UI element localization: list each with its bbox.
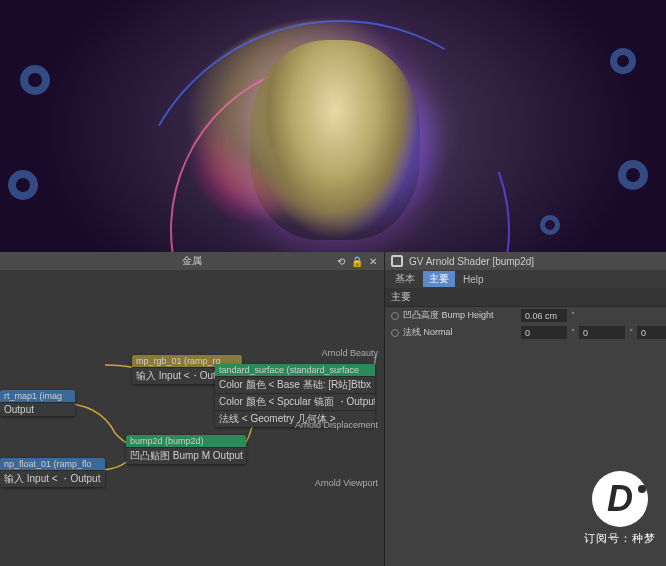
- watermark-logo: D: [592, 471, 648, 527]
- node-editor-title: 金属: [182, 254, 202, 268]
- node-port-row[interactable]: 输入 Input < ・Output: [0, 470, 105, 487]
- output-viewport[interactable]: Arnold Viewport: [288, 478, 378, 488]
- stepper-icon[interactable]: ‣: [568, 326, 578, 339]
- bump-height-input[interactable]: [521, 309, 567, 322]
- node-rt-map[interactable]: rt_map1 (imag Output: [0, 390, 75, 416]
- close-icon[interactable]: ✕: [366, 254, 380, 268]
- watermark: D 订阅号：种梦: [584, 471, 656, 546]
- normal-z-input[interactable]: [637, 326, 666, 339]
- node-bump2d[interactable]: bump2d (bump2d) 凹凸贴图 Bump M Output: [126, 435, 246, 464]
- normal-y-input[interactable]: [579, 326, 625, 339]
- arnold-icon: [391, 255, 403, 267]
- watermark-text: 订阅号：种梦: [584, 531, 656, 546]
- stepper-icon[interactable]: ‣: [568, 309, 578, 322]
- properties-title: GV Arnold Shader [bump2d]: [409, 256, 534, 267]
- render-preview: [0, 0, 666, 252]
- normal-x-input[interactable]: [521, 326, 567, 339]
- properties-header: GV Arnold Shader [bump2d]: [385, 252, 666, 270]
- sync-icon[interactable]: ⟲: [334, 254, 348, 268]
- node-port-row[interactable]: Output: [0, 402, 75, 416]
- prop-label: 凹凸高度 Bump Height: [403, 309, 521, 322]
- node-title: bump2d (bump2d): [126, 435, 246, 447]
- output-displacement[interactable]: Arnold Displacement: [268, 420, 378, 430]
- prop-bump-height: 凹凸高度 Bump Height ‣: [385, 307, 666, 324]
- node-editor-header: 金属 ⟲ 🔒 ✕: [0, 252, 384, 270]
- node-title: tandard_surface (standard_surface: [215, 364, 375, 376]
- decor-torus: [20, 65, 50, 95]
- decor-torus: [540, 215, 560, 235]
- prop-normal: 法线 Normal ‣ ‣ ‣: [385, 324, 666, 341]
- prop-label: 法线 Normal: [403, 326, 521, 339]
- keyframe-dot[interactable]: [391, 312, 399, 320]
- tab-main[interactable]: 主要: [423, 271, 455, 287]
- decor-torus: [618, 160, 648, 190]
- node-ramp-float[interactable]: np_float_01 (ramp_flo 输入 Input < ・Output: [0, 458, 105, 487]
- section-header: 主要: [385, 288, 666, 307]
- output-beauty[interactable]: Arnold Beauty: [298, 348, 378, 358]
- node-title: rt_map1 (imag: [0, 390, 75, 402]
- decor-torus: [610, 48, 636, 74]
- node-port-row[interactable]: Color 颜色 < Spcular 镜面 ・Output: [215, 393, 375, 410]
- tab-basic[interactable]: 基本: [389, 271, 421, 287]
- node-canvas[interactable]: mp_rgb_01 (ramp_rg 输入 Input <・Output rt_…: [0, 270, 384, 566]
- tab-bar: 基本 主要 Help: [385, 270, 666, 288]
- node-editor[interactable]: 金属 ⟲ 🔒 ✕ mp_rgb_01 (ramp_rg 输入 Input <・O…: [0, 252, 385, 566]
- node-port-row[interactable]: Color 颜色 < Base 基础: [R站]Btbx: [215, 376, 375, 393]
- tab-help[interactable]: Help: [457, 273, 490, 286]
- node-port-row[interactable]: 凹凸贴图 Bump M Output: [126, 447, 246, 464]
- node-title: np_float_01 (ramp_flo: [0, 458, 105, 470]
- lock-icon[interactable]: 🔒: [350, 254, 364, 268]
- decor-torus: [8, 170, 38, 200]
- stepper-icon[interactable]: ‣: [626, 326, 636, 339]
- decor-ring: [83, 0, 597, 252]
- node-standard-surface[interactable]: tandard_surface (standard_surface Color …: [215, 364, 375, 427]
- keyframe-dot[interactable]: [391, 329, 399, 337]
